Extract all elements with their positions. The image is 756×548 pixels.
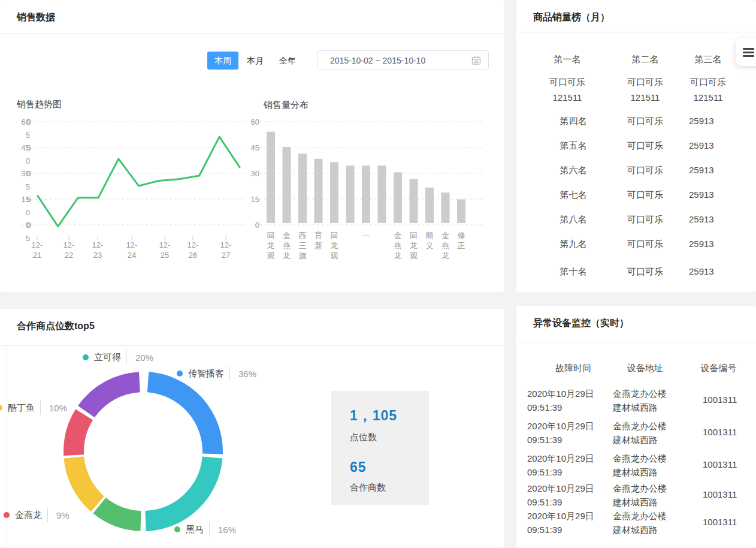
legend-dot-icon xyxy=(174,526,180,532)
svg-text:30: 30 xyxy=(22,169,30,178)
device-number: 1001311 xyxy=(703,515,737,529)
legend-dot-icon xyxy=(177,371,183,377)
svg-text:12-: 12- xyxy=(220,240,232,249)
partners-panel-title: 合作商点位数top5 xyxy=(0,309,504,330)
svg-text:燕: 燕 xyxy=(441,241,449,250)
svg-text:金: 金 xyxy=(441,231,449,240)
partners-stats-box: 1，105 点位数 65 合作商数 xyxy=(331,391,429,505)
period-tabs: 本周本月全年 xyxy=(207,52,304,70)
label-divider xyxy=(229,366,230,381)
svg-text:燕: 燕 xyxy=(394,241,402,250)
period-tab-3[interactable]: 全年 xyxy=(272,52,303,70)
rank-top-name: 可口可乐 xyxy=(528,77,606,88)
sales-panel-title: 销售数据 xyxy=(0,0,504,22)
svg-text:15: 15 xyxy=(251,195,259,204)
device-fault-time: 2020年10月29日09:51:39 xyxy=(527,481,611,509)
svg-text:金: 金 xyxy=(283,231,291,240)
svg-text:0: 0 xyxy=(27,118,31,127)
device-number: 1001311 xyxy=(703,487,737,501)
donut-label-percent: 20% xyxy=(135,353,153,363)
svg-text:22: 22 xyxy=(65,251,73,260)
svg-text:龙: 龙 xyxy=(331,241,338,250)
rank-product-name: 可口可乐 xyxy=(606,116,684,127)
period-tab-2[interactable]: 本月 xyxy=(240,52,271,70)
svg-text:21: 21 xyxy=(33,251,41,260)
label-divider xyxy=(40,401,41,415)
label-divider xyxy=(209,522,210,537)
svg-text:60: 60 xyxy=(22,118,30,127)
label-divider xyxy=(126,350,127,365)
rank-product-name: 可口可乐 xyxy=(606,165,684,176)
device-address: 金燕龙办公楼建材城西路 xyxy=(613,509,691,537)
legend-dot-icon xyxy=(0,405,2,411)
svg-text:金: 金 xyxy=(394,231,402,240)
svg-text:23: 23 xyxy=(93,251,102,260)
svg-text:龙: 龙 xyxy=(267,241,275,250)
svg-text:12-: 12- xyxy=(32,240,43,249)
svg-text:...: ... xyxy=(363,228,370,237)
rank-product-name: 可口可乐 xyxy=(606,189,684,201)
donut-label-name: 酷丁鱼 xyxy=(8,402,35,414)
donut-label-5: 黑马16% xyxy=(174,522,236,537)
svg-text:12-: 12- xyxy=(126,240,138,249)
donut-label-1: 立可得20% xyxy=(83,350,153,365)
svg-text:45: 45 xyxy=(251,143,259,152)
donut-label-4: 金燕龙9% xyxy=(4,507,69,523)
svg-text:25: 25 xyxy=(161,251,169,260)
svg-text:育: 育 xyxy=(315,231,322,240)
label-divider xyxy=(47,508,48,522)
svg-text:龙: 龙 xyxy=(394,251,402,260)
rank-top-value: 121511 xyxy=(528,92,606,103)
svg-text:燕: 燕 xyxy=(283,241,291,250)
trend-chart-title: 销售趋势图 xyxy=(17,99,62,110)
rank-label: 第九名 xyxy=(540,239,606,250)
rank-top-name: 可口可乐 xyxy=(672,77,744,88)
device-number: 1001311 xyxy=(703,457,737,471)
partners-count: 65 xyxy=(350,459,429,475)
svg-text:26: 26 xyxy=(189,251,197,260)
rank-product-value: 25913 xyxy=(689,140,714,150)
svg-text:龙: 龙 xyxy=(283,251,291,260)
svg-text:观: 观 xyxy=(331,251,338,260)
svg-text:0: 0 xyxy=(26,208,30,217)
device-fault-time: 2020年10月29日09:51:39 xyxy=(527,451,611,479)
svg-text:0: 0 xyxy=(26,221,30,230)
col-header-device-address: 设备地址 xyxy=(609,363,681,374)
settings-menu-button[interactable] xyxy=(736,38,756,66)
svg-text:三: 三 xyxy=(299,241,307,250)
donut-label-percent: 16% xyxy=(218,525,236,535)
donut-label-name: 金燕龙 xyxy=(15,510,42,521)
svg-text:60: 60 xyxy=(251,118,259,127)
rank-row: 第六名可口可乐25913 xyxy=(516,165,756,177)
svg-text:旗: 旗 xyxy=(299,251,307,260)
svg-text:5: 5 xyxy=(27,195,31,204)
donut-label-3: 酷丁鱼10% xyxy=(0,400,67,415)
rank-panel-title: 商品销量榜（月） xyxy=(516,0,756,22)
rank-product-value: 25913 xyxy=(689,116,714,126)
svg-text:回: 回 xyxy=(267,231,275,240)
donut-label-percent: 9% xyxy=(56,510,69,520)
device-fault-time: 2020年10月29日09:51:39 xyxy=(527,419,611,447)
device-address: 金燕龙办公楼建材城西路 xyxy=(613,451,691,479)
svg-text:24: 24 xyxy=(128,251,136,260)
svg-text:义: 义 xyxy=(426,241,434,250)
svg-text:12-: 12- xyxy=(63,240,75,249)
sales-panel: 销售数据 本周本月全年 2015-10-02 ~ 2015-10-10 销售趋势… xyxy=(0,0,504,292)
rank-product-name: 可口可乐 xyxy=(606,214,684,225)
svg-text:龙: 龙 xyxy=(441,251,449,260)
rank-product-value: 25913 xyxy=(689,214,714,224)
rank-product-name: 可口可乐 xyxy=(606,140,684,152)
svg-text:0: 0 xyxy=(255,221,259,230)
col-header-fault-time: 故障时间 xyxy=(540,363,606,374)
rank-row: 第五名可口可乐25913 xyxy=(516,140,756,153)
device-fault-time: 2020年10月29日09:51:39 xyxy=(527,387,611,414)
donut-label-percent: 10% xyxy=(49,403,67,413)
rank-product-value: 25913 xyxy=(689,189,714,200)
svg-text:27: 27 xyxy=(222,251,230,260)
donut-label-2: 传智播客36% xyxy=(177,366,256,381)
svg-text:龙: 龙 xyxy=(410,241,418,250)
date-range-picker[interactable]: 2015-10-02 ~ 2015-10-10 xyxy=(317,50,489,70)
svg-text:观: 观 xyxy=(267,251,275,260)
sales-controls: 本周本月全年 2015-10-02 ~ 2015-10-10 xyxy=(207,50,489,70)
period-tab-1[interactable]: 本周 xyxy=(207,52,238,70)
